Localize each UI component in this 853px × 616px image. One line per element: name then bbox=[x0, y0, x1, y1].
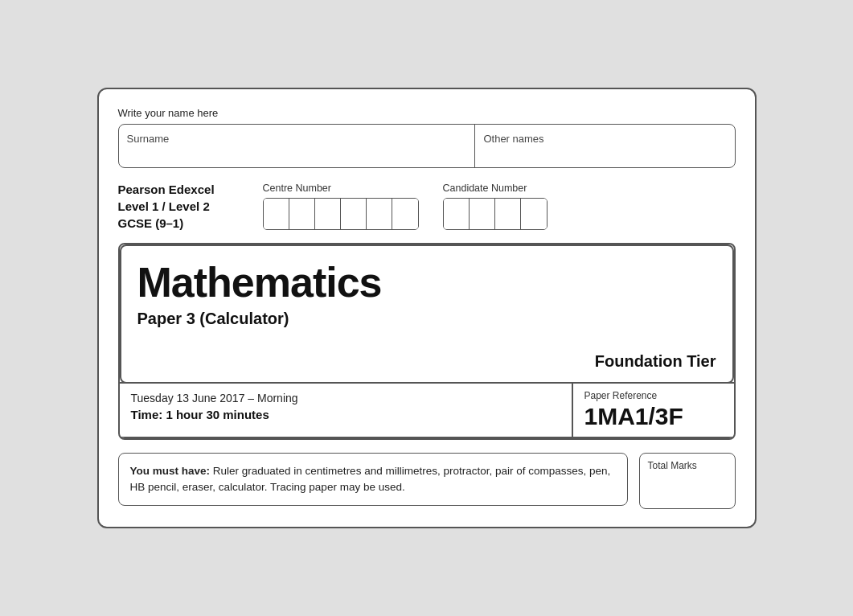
candidate-box-3[interactable] bbox=[495, 199, 521, 229]
requirements-bold: You must have: bbox=[130, 465, 211, 477]
publisher-info: Pearson Edexcel Level 1 / Level 2 GCSE (… bbox=[118, 181, 247, 232]
centre-boxes-row bbox=[263, 198, 419, 230]
time-text: Time: 1 hour 30 minutes bbox=[131, 408, 560, 421]
paper-ref-area: Paper Reference 1MA1/3F bbox=[573, 384, 734, 437]
candidate-box-1[interactable] bbox=[444, 199, 470, 229]
write-name-label: Write your name here bbox=[118, 107, 736, 119]
bottom-section: You must have: Ruler graduated in centim… bbox=[118, 453, 736, 509]
centre-box-5[interactable] bbox=[367, 199, 392, 229]
total-marks-label: Total Marks bbox=[648, 460, 697, 471]
publisher-line3: GCSE (9–1) bbox=[118, 215, 247, 232]
number-boxes-area: Centre Number Candidate Number bbox=[263, 181, 736, 230]
centre-box-1[interactable] bbox=[264, 199, 289, 229]
centre-number-label: Centre Number bbox=[263, 183, 331, 194]
centre-box-3[interactable] bbox=[315, 199, 341, 229]
paper-ref-value: 1MA1/3F bbox=[584, 403, 723, 430]
candidate-boxes-row bbox=[443, 198, 547, 230]
candidate-box-4[interactable] bbox=[521, 199, 547, 229]
requirements-box: You must have: Ruler graduated in centim… bbox=[118, 453, 628, 507]
candidate-box-2[interactable] bbox=[470, 199, 495, 229]
name-fields-row: Surname Other names bbox=[118, 124, 736, 168]
subject-date-wrapper: Mathematics Paper 3 (Calculator) Foundat… bbox=[118, 243, 736, 440]
centre-box-4[interactable] bbox=[341, 199, 367, 229]
candidate-number-group: Candidate Number bbox=[443, 183, 547, 230]
surname-field: Surname bbox=[119, 125, 476, 167]
date-ref-section: Tuesday 13 June 2017 – Morning Time: 1 h… bbox=[120, 382, 734, 438]
other-names-field: Other names bbox=[475, 125, 734, 167]
subject-box: Mathematics Paper 3 (Calculator) Foundat… bbox=[120, 244, 734, 384]
candidate-number-label: Candidate Number bbox=[443, 183, 527, 194]
exam-paper: Write your name here Surname Other names… bbox=[97, 88, 757, 528]
publisher-line1: Pearson Edexcel bbox=[118, 181, 247, 198]
subject-title: Mathematics bbox=[137, 261, 716, 305]
name-section: Write your name here Surname Other names bbox=[118, 107, 736, 168]
centre-number-group: Centre Number bbox=[263, 183, 419, 230]
centre-box-6[interactable] bbox=[392, 199, 418, 229]
paper-ref-label: Paper Reference bbox=[584, 390, 723, 401]
info-section: Pearson Edexcel Level 1 / Level 2 GCSE (… bbox=[118, 181, 736, 232]
publisher-line2: Level 1 / Level 2 bbox=[118, 198, 247, 215]
total-marks-box: Total Marks bbox=[639, 453, 736, 509]
subject-subtitle: Paper 3 (Calculator) bbox=[137, 310, 716, 328]
date-time-area: Tuesday 13 June 2017 – Morning Time: 1 h… bbox=[120, 384, 573, 437]
centre-box-2[interactable] bbox=[289, 199, 315, 229]
date-text: Tuesday 13 June 2017 – Morning bbox=[131, 392, 560, 405]
tier-label: Foundation Tier bbox=[137, 352, 716, 371]
